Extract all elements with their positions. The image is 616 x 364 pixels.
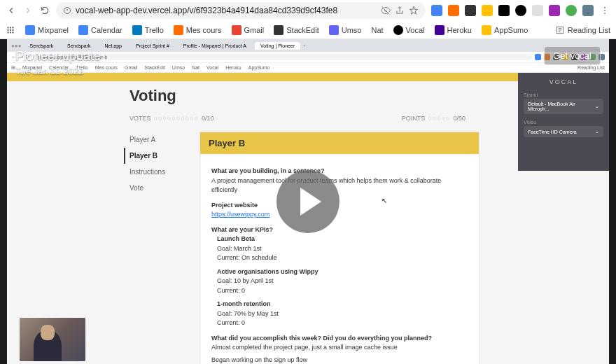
inner-bookmarks-bar: ⊞ Mixpanel Calendar Trello Mes cours Gma… xyxy=(7,63,609,73)
kpi-title: Launch Beta xyxy=(217,234,468,244)
reading-list[interactable]: Reading List xyxy=(555,25,610,35)
bookmark-item[interactable]: Trello xyxy=(132,25,164,35)
video-player-area: Pioneer update Tue Jan 11 2022 Get vocal… xyxy=(0,39,616,364)
video-select[interactable]: FaceTime HD Camera⌄ xyxy=(524,126,603,137)
bookmark-item[interactable]: Gmail xyxy=(232,25,265,35)
back-button[interactable] xyxy=(6,5,17,16)
inner-tab-active: Voting | Pioneer xyxy=(255,42,300,50)
sidebar-item-player-b[interactable]: Player B xyxy=(124,148,200,164)
svg-point-10 xyxy=(7,31,8,33)
sidebar-item-player-a[interactable]: Player A xyxy=(130,132,200,148)
video-label: Video xyxy=(524,120,603,125)
ext-icon[interactable] xyxy=(465,5,476,16)
video-title: Pioneer update xyxy=(15,49,101,64)
player-detail-panel: Player B What are you building, in a sen… xyxy=(200,132,479,364)
stats-row: VOTES ○○○○○○○○○○ 0/10 POINTS ○○○○○ 0/50 xyxy=(130,115,479,122)
puzzle-icon[interactable] xyxy=(582,5,594,16)
inner-tab: Net.app xyxy=(99,42,127,50)
vocal-logo: VOCAL xyxy=(524,78,603,85)
voting-sidebar: Player A Player B Instructions Vote xyxy=(130,132,200,364)
bookmark-item[interactable]: AppSumo xyxy=(482,25,528,35)
play-button[interactable] xyxy=(276,170,340,233)
address-bar[interactable]: vocal-web-app-dev.vercel.app/v/6f9323b4a… xyxy=(56,2,426,19)
sidebar-item-instructions[interactable]: Instructions xyxy=(130,164,200,180)
chevron-down-icon: ⌄ xyxy=(595,104,599,109)
question: Project website xyxy=(211,201,468,211)
svg-point-3 xyxy=(604,13,606,14)
ext-icon[interactable] xyxy=(549,5,560,16)
kpi-current: Current: 0 xyxy=(217,286,468,296)
kpi-current: Current: On schedule xyxy=(217,253,468,263)
ext-icon[interactable] xyxy=(482,5,493,16)
answer: A project management tool for product te… xyxy=(211,176,468,195)
inner-tab: Sendspark xyxy=(62,42,96,50)
url-text: vocal-web-app-dev.vercel.app/v/6f9323b4a… xyxy=(76,6,377,15)
apps-button[interactable] xyxy=(6,25,15,35)
reload-button[interactable] xyxy=(39,5,50,16)
bookmark-item[interactable]: Vocal xyxy=(393,25,425,35)
bookmark-item[interactable]: Nat xyxy=(371,26,383,34)
question: What did you accomplish this week? Did y… xyxy=(211,334,468,344)
ext-icon[interactable] xyxy=(448,5,459,16)
project-website-link[interactable]: https://usewippy.com xyxy=(211,211,270,218)
extensions-area xyxy=(431,5,610,16)
ext-icon[interactable] xyxy=(498,5,510,16)
bookmark-item[interactable]: Mes cours xyxy=(174,25,222,35)
kpi-title: Active organisations using Wippy xyxy=(217,267,468,277)
svg-point-5 xyxy=(10,27,11,28)
bookmark-item[interactable]: Heroku xyxy=(435,25,472,35)
svg-point-6 xyxy=(12,27,13,28)
ext-icon[interactable] xyxy=(431,5,442,16)
kpi-current: Current: 0 xyxy=(217,318,468,328)
kpi-goal: Goal: March 1st xyxy=(217,244,468,254)
inner-tab: Profile - Mixpanel | Product A xyxy=(178,42,252,50)
kpi-title: 1-month retention xyxy=(217,300,468,309)
bookmark-item[interactable]: Calendar xyxy=(78,25,122,35)
bookmarks-bar: Mixpanel Calendar Trello Mes cours Gmail… xyxy=(0,21,616,39)
svg-point-2 xyxy=(604,10,606,11)
panel-header: Player B xyxy=(200,132,479,154)
webcam-preview[interactable] xyxy=(20,318,85,361)
share-icon[interactable] xyxy=(395,6,405,15)
ext-icon[interactable] xyxy=(532,5,543,16)
bookmark-item[interactable]: Umso xyxy=(329,25,362,35)
cursor-icon: ↖ xyxy=(382,197,387,204)
kpi-goal: Goal: 70% by May 1st xyxy=(217,309,468,319)
inner-tab: Project Sprint # xyxy=(130,42,175,50)
eye-off-icon[interactable] xyxy=(381,6,391,15)
video-date: Tue Jan 11 2022 xyxy=(15,66,83,76)
svg-point-7 xyxy=(7,29,8,30)
svg-point-4 xyxy=(7,27,8,28)
question: What are you building, in a sentence? xyxy=(211,167,468,176)
ext-icon[interactable] xyxy=(566,5,577,16)
svg-point-11 xyxy=(10,31,11,33)
site-info-icon xyxy=(63,6,71,15)
star-icon[interactable] xyxy=(409,6,419,15)
menu-button[interactable] xyxy=(599,5,610,16)
play-icon xyxy=(300,188,321,216)
sidebar-item-vote[interactable]: Vote xyxy=(130,180,200,196)
inner-tab: Sendspark xyxy=(24,42,59,50)
browser-toolbar: vocal-web-app-dev.vercel.app/v/6f9323b4a… xyxy=(0,0,616,21)
svg-point-8 xyxy=(10,29,11,30)
kpi-goal: Goal: 10 by April 1st xyxy=(217,276,468,286)
bookmark-item[interactable]: StackEdit xyxy=(274,25,318,35)
page-title: Voting xyxy=(130,87,479,105)
svg-point-1 xyxy=(604,7,606,8)
vocal-settings-panel: VOCAL Sound Default - MacBook Air Microp… xyxy=(518,73,609,171)
svg-point-12 xyxy=(12,31,13,33)
answer: Almost completed the project page, just … xyxy=(211,343,468,353)
svg-point-9 xyxy=(12,29,13,30)
forward-button[interactable] xyxy=(22,5,34,16)
bookmark-item[interactable]: Mixpanel xyxy=(25,25,69,35)
sound-select[interactable]: Default - MacBook Air Microph...⌄ xyxy=(524,99,603,114)
chevron-down-icon: ⌄ xyxy=(595,129,599,134)
answer: Began working on the sign up flow xyxy=(211,356,468,365)
ext-icon[interactable] xyxy=(515,5,526,16)
get-vocal-button[interactable]: Get vocal xyxy=(544,46,601,65)
sound-label: Sound xyxy=(524,92,603,97)
question: What are your KPIs? xyxy=(211,225,468,235)
